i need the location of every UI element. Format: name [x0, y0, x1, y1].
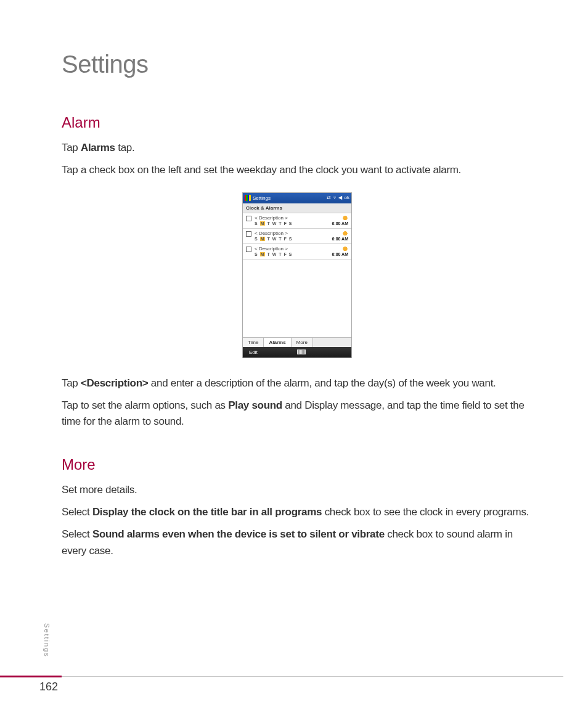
more-p3: Select Sound alarms even when the device…	[62, 526, 533, 559]
text-bold: Sound alarms even when the device is set…	[92, 528, 385, 540]
alarm-info: < Description > S M T W T F S	[255, 231, 332, 241]
checkbox-icon	[246, 231, 251, 237]
text: Tap to set the alarm options, such as	[62, 399, 228, 411]
alarm-right: 6:00 AM	[332, 231, 348, 241]
bell-icon	[342, 231, 348, 235]
more-p1: Set more details.	[62, 482, 533, 498]
more-p2: Select Display the clock on the title ba…	[62, 504, 533, 520]
volume-icon: ◀︎	[338, 195, 342, 200]
text-bold: Play sound	[228, 399, 282, 411]
tab-alarms: Alarms	[264, 338, 291, 347]
side-section-label: Settings	[43, 623, 51, 658]
alarm-row: < Description > S M T W T F S 6:00 AM	[243, 244, 351, 260]
footer-accent-bar	[0, 676, 62, 677]
windows-flag-icon	[245, 195, 251, 201]
ok-button: ok	[345, 195, 349, 200]
alarm-heading: Alarm	[62, 114, 533, 131]
page-title: Settings	[62, 51, 533, 78]
status-bar: Settings ⇄ ▿ ◀︎ ok	[243, 193, 351, 203]
alarm-days: S M T W T F S	[255, 221, 332, 226]
tabs-row: Time Alarms More	[243, 337, 351, 347]
footer-rule	[62, 676, 563, 677]
text: Select	[62, 528, 92, 540]
text: and enter a description of the alarm, an…	[148, 377, 496, 389]
alarm-list: < Description > S M T W T F S 6:00 AM < …	[243, 213, 351, 260]
page-number: 162	[39, 680, 58, 693]
bell-icon	[342, 215, 348, 220]
tab-more: More	[292, 338, 313, 347]
soft-key-bar: Edit	[243, 347, 351, 358]
status-title: Settings	[253, 195, 271, 201]
checkbox-icon	[246, 247, 251, 252]
status-icons: ⇄ ▿ ◀︎ ok	[327, 195, 349, 200]
text-bold: Alarms	[81, 142, 115, 153]
more-heading: More	[62, 456, 533, 473]
sync-icon: ⇄	[327, 195, 331, 200]
screenshot-figure: Settings ⇄ ▿ ◀︎ ok Clock & Alarms < Desc…	[62, 192, 533, 358]
alarm-info: < Description > S M T W T F S	[255, 215, 332, 226]
device-mock: Settings ⇄ ▿ ◀︎ ok Clock & Alarms < Desc…	[242, 192, 352, 358]
alarm-right: 6:00 AM	[332, 246, 348, 256]
bell-icon	[342, 246, 348, 251]
alarm-description: < Description >	[255, 246, 332, 251]
text: check box to see the clock in every prog…	[322, 506, 529, 518]
text-bold: <Description>	[81, 377, 148, 389]
alarm-row: < Description > S M T W T F S 6:00 AM	[243, 229, 351, 244]
empty-area	[243, 260, 351, 337]
keyboard-icon	[297, 349, 306, 354]
alarm-p2: Tap a check box on the left and set the …	[62, 162, 533, 178]
text: Tap	[62, 377, 81, 389]
text: tap.	[115, 142, 135, 153]
text: Select	[62, 506, 92, 518]
alarm-time: 6:00 AM	[332, 237, 348, 241]
tab-time: Time	[243, 338, 264, 347]
alarm-description: < Description >	[255, 231, 332, 236]
alarm-p4: Tap to set the alarm options, such as Pl…	[62, 398, 533, 430]
text: Tap	[62, 142, 81, 153]
alarm-p1: Tap Alarms tap.	[62, 140, 533, 156]
alarm-info: < Description > S M T W T F S	[255, 246, 332, 256]
checkbox-icon	[246, 216, 251, 221]
signal-icon: ▿	[333, 195, 336, 200]
screen-subheader: Clock & Alarms	[243, 203, 351, 213]
alarm-days: S M T W T F S	[255, 237, 332, 241]
alarm-row: < Description > S M T W T F S 6:00 AM	[243, 213, 351, 229]
alarm-right: 6:00 AM	[332, 215, 348, 226]
softkey-edit: Edit	[249, 349, 258, 355]
alarm-time: 6:00 AM	[332, 252, 348, 256]
alarm-days: S M T W T F S	[255, 252, 332, 256]
alarm-time: 6:00 AM	[332, 221, 348, 226]
text-bold: Display the clock on the title bar in al…	[92, 506, 322, 518]
alarm-description: < Description >	[255, 215, 332, 221]
alarm-p3: Tap <Description> and enter a descriptio…	[62, 375, 533, 391]
status-left: Settings	[245, 195, 271, 201]
